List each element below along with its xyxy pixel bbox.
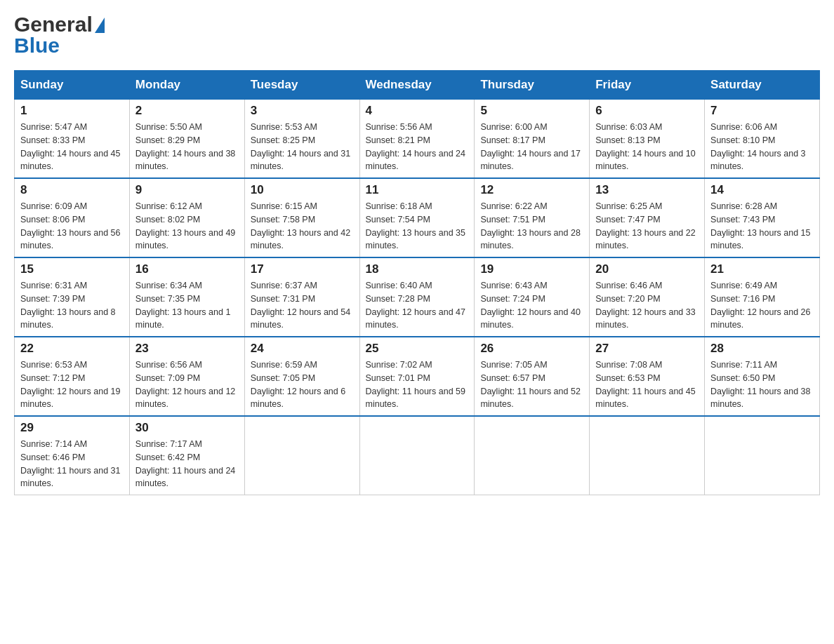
day-cell: 11Sunrise: 6:18 AMSunset: 7:54 PMDayligh… xyxy=(359,178,475,257)
day-cell: 2Sunrise: 5:50 AMSunset: 8:29 PMDaylight… xyxy=(129,100,244,179)
day-info: Sunrise: 6:43 AMSunset: 7:24 PMDaylight:… xyxy=(480,279,583,332)
day-number: 4 xyxy=(366,104,469,118)
day-number: 7 xyxy=(710,104,814,118)
day-number: 1 xyxy=(20,104,124,118)
week-row-4: 22Sunrise: 6:53 AMSunset: 7:12 PMDayligh… xyxy=(15,337,820,416)
day-cell: 1Sunrise: 5:47 AMSunset: 8:33 PMDaylight… xyxy=(15,100,130,179)
week-row-5: 29Sunrise: 7:14 AMSunset: 6:46 PMDayligh… xyxy=(15,416,820,495)
day-cell: 26Sunrise: 7:05 AMSunset: 6:57 PMDayligh… xyxy=(475,337,590,416)
week-row-1: 1Sunrise: 5:47 AMSunset: 8:33 PMDaylight… xyxy=(15,100,820,179)
day-info: Sunrise: 6:31 AMSunset: 7:39 PMDaylight:… xyxy=(20,279,124,332)
day-number: 12 xyxy=(480,183,583,197)
day-number: 27 xyxy=(595,342,699,356)
logo-blue: Blue xyxy=(14,34,60,57)
logo: General Blue xyxy=(14,14,105,56)
header-monday: Monday xyxy=(129,71,244,100)
day-number: 25 xyxy=(366,342,469,356)
day-number: 20 xyxy=(595,262,699,276)
day-info: Sunrise: 6:34 AMSunset: 7:35 PMDaylight:… xyxy=(135,279,239,332)
day-number: 17 xyxy=(251,262,354,276)
day-cell: 29Sunrise: 7:14 AMSunset: 6:46 PMDayligh… xyxy=(15,416,130,495)
day-number: 14 xyxy=(710,183,814,197)
day-cell: 14Sunrise: 6:28 AMSunset: 7:43 PMDayligh… xyxy=(705,178,820,257)
day-info: Sunrise: 7:05 AMSunset: 6:57 PMDaylight:… xyxy=(480,358,583,411)
day-info: Sunrise: 7:02 AMSunset: 7:01 PMDaylight:… xyxy=(366,358,469,411)
day-info: Sunrise: 5:47 AMSunset: 8:33 PMDaylight:… xyxy=(20,121,124,173)
day-cell: 20Sunrise: 6:46 AMSunset: 7:20 PMDayligh… xyxy=(590,257,705,337)
day-info: Sunrise: 5:56 AMSunset: 8:21 PMDaylight:… xyxy=(366,121,469,173)
day-info: Sunrise: 6:18 AMSunset: 7:54 PMDaylight:… xyxy=(366,200,469,253)
day-cell: 7Sunrise: 6:06 AMSunset: 8:10 PMDaylight… xyxy=(705,100,820,179)
day-cell xyxy=(475,416,590,495)
day-info: Sunrise: 6:46 AMSunset: 7:20 PMDaylight:… xyxy=(595,279,699,332)
day-info: Sunrise: 6:06 AMSunset: 8:10 PMDaylight:… xyxy=(710,121,814,173)
day-number: 2 xyxy=(135,104,239,118)
day-number: 21 xyxy=(710,262,814,276)
day-number: 9 xyxy=(135,183,239,197)
day-info: Sunrise: 6:49 AMSunset: 7:16 PMDaylight:… xyxy=(710,279,814,332)
day-number: 26 xyxy=(480,342,583,356)
day-cell: 9Sunrise: 6:12 AMSunset: 8:02 PMDaylight… xyxy=(129,178,244,257)
day-info: Sunrise: 5:53 AMSunset: 8:25 PMDaylight:… xyxy=(251,121,354,173)
day-info: Sunrise: 7:11 AMSunset: 6:50 PMDaylight:… xyxy=(710,358,814,411)
day-cell: 23Sunrise: 6:56 AMSunset: 7:09 PMDayligh… xyxy=(129,337,244,416)
weekday-header-row: Sunday Monday Tuesday Wednesday Thursday… xyxy=(15,71,820,100)
day-info: Sunrise: 6:25 AMSunset: 7:47 PMDaylight:… xyxy=(595,200,699,253)
day-info: Sunrise: 7:08 AMSunset: 6:53 PMDaylight:… xyxy=(595,358,699,411)
day-number: 18 xyxy=(366,262,469,276)
day-number: 3 xyxy=(251,104,354,118)
calendar-table: Sunday Monday Tuesday Wednesday Thursday… xyxy=(14,70,820,495)
day-number: 19 xyxy=(480,262,583,276)
day-cell xyxy=(705,416,820,495)
day-cell: 21Sunrise: 6:49 AMSunset: 7:16 PMDayligh… xyxy=(705,257,820,337)
day-info: Sunrise: 6:12 AMSunset: 8:02 PMDaylight:… xyxy=(135,200,239,253)
day-cell: 19Sunrise: 6:43 AMSunset: 7:24 PMDayligh… xyxy=(475,257,590,337)
day-cell: 22Sunrise: 6:53 AMSunset: 7:12 PMDayligh… xyxy=(15,337,130,416)
day-cell: 16Sunrise: 6:34 AMSunset: 7:35 PMDayligh… xyxy=(129,257,244,337)
day-cell: 15Sunrise: 6:31 AMSunset: 7:39 PMDayligh… xyxy=(15,257,130,337)
day-cell: 24Sunrise: 6:59 AMSunset: 7:05 PMDayligh… xyxy=(244,337,359,416)
day-number: 23 xyxy=(135,342,239,356)
header-sunday: Sunday xyxy=(15,71,130,100)
day-number: 6 xyxy=(595,104,699,118)
day-cell: 12Sunrise: 6:22 AMSunset: 7:51 PMDayligh… xyxy=(475,178,590,257)
header-wednesday: Wednesday xyxy=(359,71,475,100)
day-info: Sunrise: 6:22 AMSunset: 7:51 PMDaylight:… xyxy=(480,200,583,253)
day-info: Sunrise: 6:37 AMSunset: 7:31 PMDaylight:… xyxy=(251,279,354,332)
day-number: 11 xyxy=(366,183,469,197)
day-info: Sunrise: 7:17 AMSunset: 6:42 PMDaylight:… xyxy=(135,438,239,490)
header-saturday: Saturday xyxy=(705,71,820,100)
day-number: 28 xyxy=(710,342,814,356)
day-info: Sunrise: 7:14 AMSunset: 6:46 PMDaylight:… xyxy=(20,438,124,490)
day-number: 8 xyxy=(20,183,124,197)
day-cell xyxy=(359,416,475,495)
header-thursday: Thursday xyxy=(475,71,590,100)
day-cell: 5Sunrise: 6:00 AMSunset: 8:17 PMDaylight… xyxy=(475,100,590,179)
day-info: Sunrise: 6:00 AMSunset: 8:17 PMDaylight:… xyxy=(480,121,583,173)
day-cell: 30Sunrise: 7:17 AMSunset: 6:42 PMDayligh… xyxy=(129,416,244,495)
day-info: Sunrise: 6:59 AMSunset: 7:05 PMDaylight:… xyxy=(251,358,354,411)
day-number: 5 xyxy=(480,104,583,118)
day-info: Sunrise: 6:09 AMSunset: 8:06 PMDaylight:… xyxy=(20,200,124,253)
day-cell: 13Sunrise: 6:25 AMSunset: 7:47 PMDayligh… xyxy=(590,178,705,257)
day-number: 30 xyxy=(135,421,239,435)
day-number: 10 xyxy=(251,183,354,197)
day-info: Sunrise: 6:15 AMSunset: 7:58 PMDaylight:… xyxy=(251,200,354,253)
day-cell: 4Sunrise: 5:56 AMSunset: 8:21 PMDaylight… xyxy=(359,100,475,179)
day-cell: 10Sunrise: 6:15 AMSunset: 7:58 PMDayligh… xyxy=(244,178,359,257)
day-info: Sunrise: 6:28 AMSunset: 7:43 PMDaylight:… xyxy=(710,200,814,253)
day-number: 24 xyxy=(251,342,354,356)
day-cell: 8Sunrise: 6:09 AMSunset: 8:06 PMDaylight… xyxy=(15,178,130,257)
day-cell: 27Sunrise: 7:08 AMSunset: 6:53 PMDayligh… xyxy=(590,337,705,416)
day-cell: 3Sunrise: 5:53 AMSunset: 8:25 PMDaylight… xyxy=(244,100,359,179)
header-friday: Friday xyxy=(590,71,705,100)
day-info: Sunrise: 6:03 AMSunset: 8:13 PMDaylight:… xyxy=(595,121,699,173)
day-cell xyxy=(244,416,359,495)
day-cell: 28Sunrise: 7:11 AMSunset: 6:50 PMDayligh… xyxy=(705,337,820,416)
logo-triangle xyxy=(95,18,105,33)
page-header: General Blue xyxy=(14,14,820,56)
logo-general: General xyxy=(14,13,93,36)
header-tuesday: Tuesday xyxy=(244,71,359,100)
day-cell: 6Sunrise: 6:03 AMSunset: 8:13 PMDaylight… xyxy=(590,100,705,179)
day-info: Sunrise: 6:40 AMSunset: 7:28 PMDaylight:… xyxy=(366,279,469,332)
